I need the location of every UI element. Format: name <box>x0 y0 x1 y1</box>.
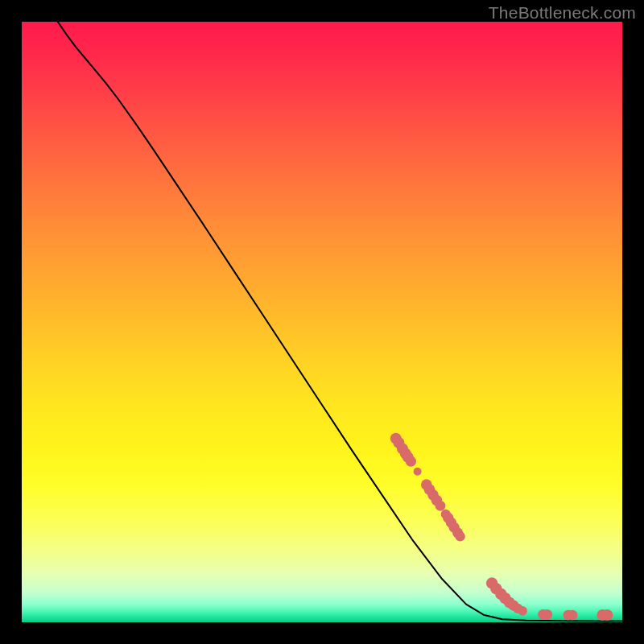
gradient-plot-area <box>22 22 622 622</box>
watermark-text: TheBottleneck.com <box>489 3 636 23</box>
chart-frame: TheBottleneck.com <box>0 0 644 644</box>
